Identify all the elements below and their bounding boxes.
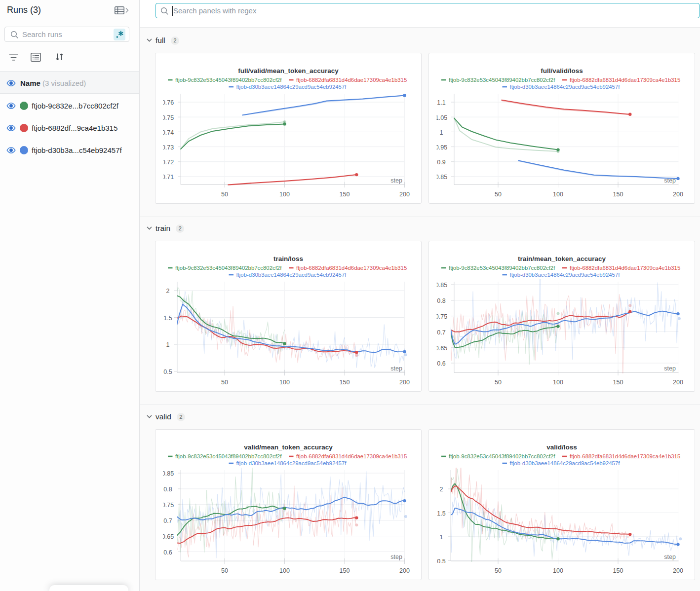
svg-text:ftjob-9c832e53c45043f89402bb7c: ftjob-9c832e53c45043f89402bb7cc802cf2f [175, 265, 282, 271]
svg-text:50: 50 [221, 379, 228, 386]
svg-text:ftjob-9c832e53c45043f89402bb7c: ftjob-9c832e53c45043f89402bb7cc802cf2f [449, 265, 555, 271]
svg-text:200: 200 [673, 379, 683, 386]
svg-text:0.85: 0.85 [162, 470, 174, 477]
svg-text:200: 200 [673, 567, 683, 574]
svg-text:0.75: 0.75 [162, 502, 174, 509]
svg-text:step: step [390, 365, 402, 372]
svg-text:0.71: 0.71 [162, 174, 174, 181]
svg-text:0.75: 0.75 [162, 114, 174, 121]
svg-text:0.8: 0.8 [437, 297, 445, 304]
svg-text:ftjob-6882dfa6831d4d6dae17309c: ftjob-6882dfa6831d4d6dae17309ca4e1b315 [296, 265, 407, 271]
svg-text:150: 150 [613, 191, 623, 198]
svg-text:ftjob-d30b3aee14864c29acd9ac54: ftjob-d30b3aee14864c29acd9ac54eb92457f [510, 84, 621, 90]
svg-text:ftjob-6882dfa6831d4d6dae17309c: ftjob-6882dfa6831d4d6dae17309ca4e1b315 [570, 265, 680, 271]
svg-text:full/valid/mean_token_accuracy: full/valid/mean_token_accuracy [238, 67, 339, 74]
svg-text:ftjob-6882dfa6831d4d6dae17309c: ftjob-6882dfa6831d4d6dae17309ca4e1b315 [296, 453, 407, 459]
svg-text:0.76: 0.76 [162, 99, 174, 106]
svg-text:1.1: 1.1 [437, 99, 445, 106]
svg-text:0.8: 0.8 [163, 486, 172, 493]
svg-text:100: 100 [553, 379, 563, 386]
svg-text:0.74: 0.74 [162, 129, 174, 136]
svg-text:full/valid/loss: full/valid/loss [541, 67, 583, 74]
svg-text:ftjob-9c832e53c45043f89402bb7c: ftjob-9c832e53c45043f89402bb7cc802cf2f [449, 453, 555, 459]
svg-text:2: 2 [166, 288, 170, 295]
svg-text:0.65: 0.65 [435, 345, 447, 352]
svg-text:150: 150 [340, 567, 350, 574]
svg-text:150: 150 [613, 379, 623, 386]
svg-text:ftjob-6882dfa6831d4d6dae17309c: ftjob-6882dfa6831d4d6dae17309ca4e1b315 [570, 77, 680, 83]
svg-text:50: 50 [495, 191, 502, 198]
svg-text:ftjob-9c832e53c45043f89402bb7c: ftjob-9c832e53c45043f89402bb7cc802cf2f [449, 77, 555, 83]
svg-text:200: 200 [399, 567, 410, 574]
svg-text:valid/mean_token_accuracy: valid/mean_token_accuracy [244, 443, 333, 451]
svg-text:0.5: 0.5 [163, 369, 172, 375]
svg-text:1: 1 [166, 341, 170, 348]
svg-text:50: 50 [221, 567, 228, 574]
svg-text:0.7: 0.7 [437, 329, 445, 336]
svg-text:50: 50 [495, 567, 502, 574]
svg-text:0.7: 0.7 [163, 517, 172, 524]
svg-text:train/loss: train/loss [273, 255, 303, 262]
svg-text:0.73: 0.73 [162, 144, 174, 151]
svg-text:0.5: 0.5 [437, 558, 445, 565]
svg-text:0.65: 0.65 [162, 533, 174, 540]
svg-text:100: 100 [279, 379, 290, 386]
svg-text:ftjob-d30b3aee14864c29acd9ac54: ftjob-d30b3aee14864c29acd9ac54eb92457f [236, 272, 347, 278]
svg-text:200: 200 [399, 379, 410, 386]
svg-text:valid/loss: valid/loss [546, 443, 577, 451]
svg-text:0.75: 0.75 [435, 313, 447, 320]
svg-text:0.85: 0.85 [435, 282, 447, 289]
svg-text:1: 1 [440, 534, 443, 541]
svg-text:2: 2 [440, 486, 443, 493]
svg-text:0.72: 0.72 [162, 159, 174, 166]
svg-text:200: 200 [673, 191, 683, 198]
svg-text:0.85: 0.85 [435, 174, 447, 181]
svg-text:1.5: 1.5 [163, 315, 172, 322]
svg-text:ftjob-d30b3aee14864c29acd9ac54: ftjob-d30b3aee14864c29acd9ac54eb92457f [236, 460, 347, 466]
svg-text:100: 100 [553, 191, 563, 198]
svg-text:ftjob-d30b3aee14864c29acd9ac54: ftjob-d30b3aee14864c29acd9ac54eb92457f [510, 460, 621, 466]
svg-text:100: 100 [279, 567, 290, 574]
svg-text:step: step [664, 365, 676, 372]
svg-text:150: 150 [613, 567, 623, 574]
svg-text:ftjob-9c832e53c45043f89402bb7c: ftjob-9c832e53c45043f89402bb7cc802cf2f [175, 77, 282, 83]
svg-text:ftjob-6882dfa6831d4d6dae17309c: ftjob-6882dfa6831d4d6dae17309ca4e1b315 [296, 77, 407, 83]
svg-text:0.6: 0.6 [437, 360, 445, 367]
svg-text:100: 100 [553, 567, 563, 574]
svg-text:ftjob-6882dfa6831d4d6dae17309c: ftjob-6882dfa6831d4d6dae17309ca4e1b315 [570, 453, 680, 459]
svg-text:150: 150 [340, 379, 350, 386]
svg-text:step: step [390, 177, 402, 184]
svg-text:ftjob-d30b3aee14864c29acd9ac54: ftjob-d30b3aee14864c29acd9ac54eb92457f [236, 84, 347, 90]
svg-text:150: 150 [340, 191, 350, 198]
svg-text:50: 50 [495, 379, 502, 386]
svg-text:1.05: 1.05 [435, 114, 447, 121]
svg-text:100: 100 [279, 191, 290, 198]
svg-text:0.95: 0.95 [435, 144, 447, 151]
svg-text:train/mean_token_accuracy: train/mean_token_accuracy [518, 255, 606, 262]
svg-text:step: step [390, 554, 402, 560]
svg-text:step: step [664, 554, 676, 560]
svg-text:200: 200 [399, 191, 410, 198]
svg-text:1: 1 [440, 129, 443, 136]
svg-text:0.9: 0.9 [437, 159, 445, 166]
svg-text:ftjob-d30b3aee14864c29acd9ac54: ftjob-d30b3aee14864c29acd9ac54eb92457f [510, 272, 621, 278]
svg-text:1.5: 1.5 [437, 510, 445, 517]
svg-text:50: 50 [221, 191, 228, 198]
svg-text:ftjob-9c832e53c45043f89402bb7c: ftjob-9c832e53c45043f89402bb7cc802cf2f [175, 453, 282, 459]
svg-text:0.6: 0.6 [163, 549, 172, 556]
